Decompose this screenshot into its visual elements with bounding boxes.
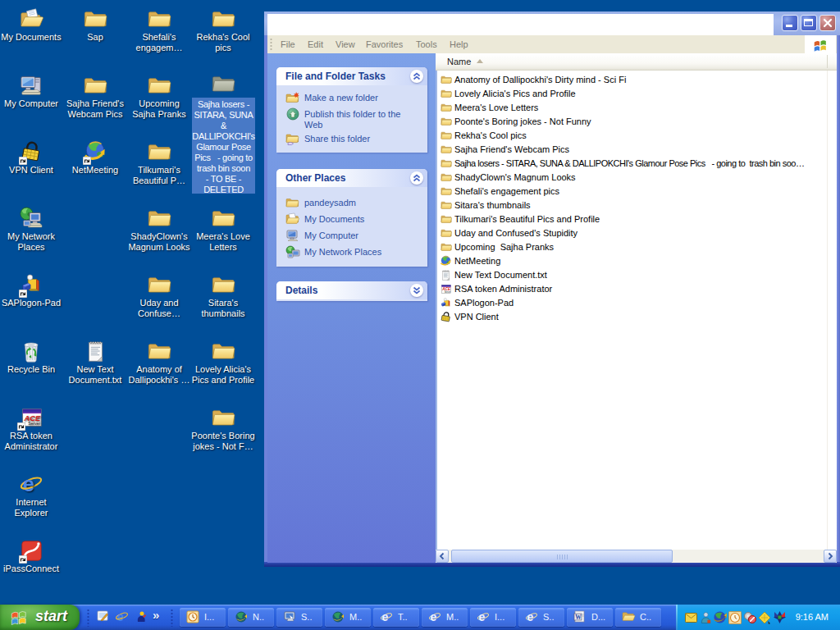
svg-text:W: W bbox=[575, 614, 582, 621]
